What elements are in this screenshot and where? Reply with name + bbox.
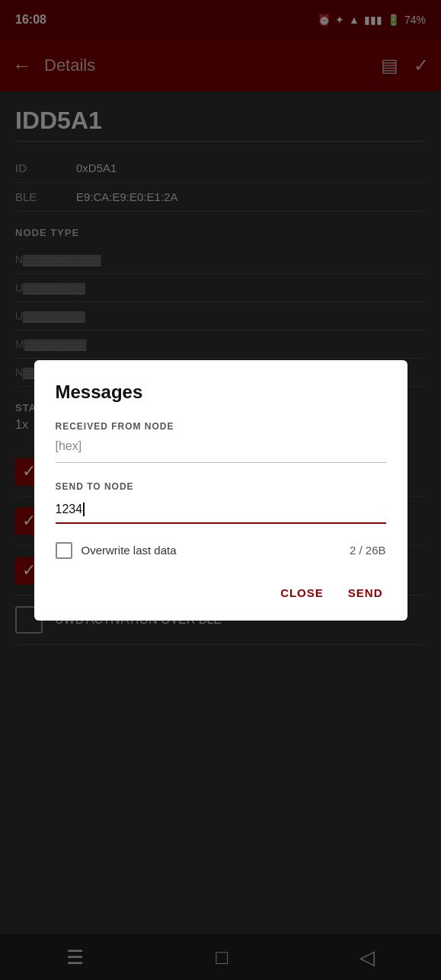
overwrite-row: Overwrite last data 2 / 26B [56,542,386,559]
received-value: [hex] [56,439,386,459]
dialog-overlay: Messages RECEIVED FROM NODE [hex] SEND T… [0,0,441,980]
send-value-text: 1234 [56,503,83,516]
overwrite-label: Overwrite last data [81,544,350,557]
received-label: RECEIVED FROM NODE [56,421,386,432]
send-value[interactable]: 1234 [56,500,386,519]
overwrite-checkbox[interactable] [56,542,72,559]
dialog-actions: CLOSE SEND [56,574,386,605]
send-input-wrapper[interactable]: 1234 [56,500,386,524]
dialog-title: Messages [56,381,386,403]
send-label: SEND TO NODE [56,481,386,492]
byte-count: 2 / 26B [350,544,386,557]
text-cursor [83,503,85,516]
close-button[interactable]: CLOSE [277,580,327,605]
messages-dialog: Messages RECEIVED FROM NODE [hex] SEND T… [34,360,407,621]
send-button[interactable]: SEND [345,580,386,605]
received-input-wrapper: [hex] [56,439,386,463]
